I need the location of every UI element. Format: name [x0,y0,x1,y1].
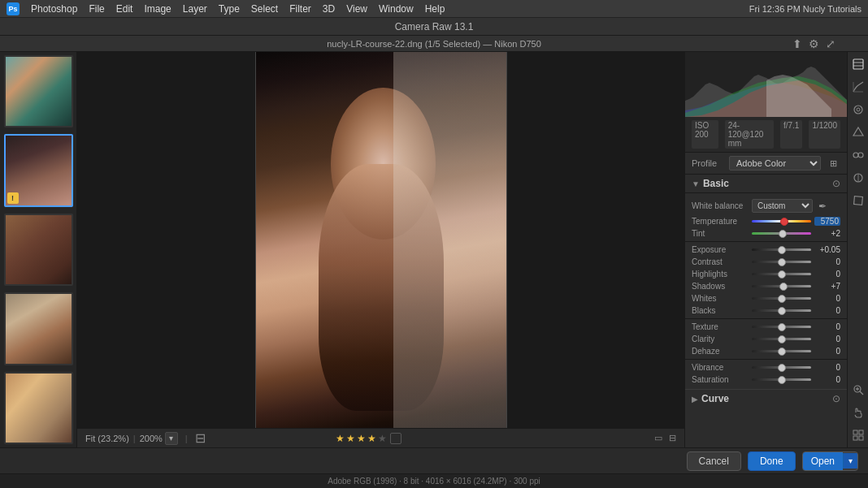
shadows-thumb[interactable] [779,283,788,291]
wb-select[interactable]: Custom [752,199,813,213]
texture-track[interactable] [752,326,811,328]
white-balance-row: White balance Custom ✒ [685,196,847,215]
menu-select[interactable]: Select [251,3,278,15]
menu-file[interactable]: File [89,3,104,15]
toolbar-detail-icon[interactable] [849,101,867,119]
svg-point-5 [854,106,862,114]
view-compare-icon[interactable]: ⊟ [669,433,676,443]
flag-btn[interactable] [390,433,401,444]
filmstrip-toggle[interactable]: ⊟ [195,430,206,446]
toolbar-grid-icon[interactable] [849,426,867,444]
menu-filter[interactable]: Filter [289,3,311,15]
share-icon[interactable]: ⬆ [792,37,802,50]
star-rating[interactable]: ★ ★ ★ ★ ★ [336,433,401,444]
clarity-thumb[interactable] [778,335,786,343]
star-5[interactable]: ★ [378,433,387,444]
temperature-thumb[interactable] [780,218,788,226]
toolbar-geometry-icon[interactable] [849,192,867,209]
profile-grid-icon[interactable]: ⊞ [826,156,840,171]
clarity-value[interactable]: 0 [814,335,840,343]
filmstrip-item-4[interactable] [4,292,73,365]
shadows-track[interactable] [752,285,811,287]
blacks-track[interactable] [752,309,811,312]
saturation-track[interactable] [752,378,811,381]
canvas-container[interactable] [77,52,684,428]
toolbar-hsl-icon[interactable] [849,123,867,141]
tint-value[interactable]: +2 [814,229,840,238]
star-4[interactable]: ★ [367,433,376,444]
vibrance-value[interactable]: 0 [814,363,840,372]
zoom-dropdown-btn[interactable]: ▾ [165,432,178,445]
dehaze-thumb[interactable] [778,348,786,356]
shadows-value[interactable]: +7 [814,282,840,291]
menu-layer[interactable]: Layer [183,3,207,15]
menu-edit[interactable]: Edit [116,3,133,15]
filmstrip-item-1[interactable] [4,55,73,127]
open-split-button[interactable]: Open ▾ [802,451,858,471]
menu-window[interactable]: Window [379,3,414,15]
exposure-value[interactable]: +0.05 [814,245,840,254]
menu-3d[interactable]: 3D [323,3,335,15]
vibrance-track[interactable] [752,366,811,369]
menu-photoshop[interactable]: Photoshop [31,3,77,15]
blacks-thumb[interactable] [778,307,786,315]
toolbar-basic-icon[interactable] [849,55,867,73]
menu-help[interactable]: Help [425,3,445,15]
temperature-track[interactable] [752,220,811,222]
dehaze-track[interactable] [752,350,811,352]
texture-thumb[interactable] [778,323,786,331]
star-1[interactable]: ★ [336,433,345,444]
highlights-value[interactable]: 0 [814,270,840,279]
whites-value[interactable]: 0 [814,294,840,303]
curve-section-header[interactable]: ▶ Curve ⊙ [685,389,847,408]
clarity-track[interactable] [752,338,811,340]
toolbar-curve-icon[interactable] [849,78,867,96]
texture-value[interactable]: 0 [814,322,840,331]
tint-thumb[interactable] [779,230,787,238]
filmstrip-item-5[interactable] [4,372,73,444]
view-single-icon[interactable]: ▭ [654,433,662,443]
eyedropper-icon[interactable]: ✒ [816,200,829,213]
cancel-button[interactable]: Cancel [687,451,741,471]
exposure-thumb[interactable] [778,246,786,254]
contrast-thumb[interactable] [778,258,786,266]
profile-select[interactable]: Adobe Color [729,156,821,171]
whites-track[interactable] [752,297,811,300]
open-arrow-icon[interactable]: ▾ [843,453,857,469]
highlights-thumb[interactable] [778,270,786,279]
toolbar-colorgrade-icon[interactable] [849,146,867,164]
saturation-value[interactable]: 0 [814,375,840,384]
done-button[interactable]: Done [748,451,796,471]
contrast-value[interactable]: 0 [814,257,840,266]
exposure-track[interactable] [752,248,811,251]
filmstrip-item-3[interactable] [4,214,73,286]
toolbar-zoom-in-icon[interactable] [849,381,867,399]
saturation-thumb[interactable] [778,376,786,384]
menu-bar-right: Fri 12:36 PM Nucly Tutorials [749,4,861,14]
menu-image[interactable]: Image [144,3,171,15]
tint-track[interactable] [752,232,811,235]
vibrance-label: Vibrance [692,363,749,372]
vibrance-thumb[interactable] [778,364,786,372]
temperature-value[interactable]: 5750 [814,217,840,226]
status-icons: ▭ ⊟ [654,433,676,443]
star-2[interactable]: ★ [346,433,355,444]
curve-eye-icon[interactable]: ⊙ [832,393,840,404]
open-label[interactable]: Open [803,452,843,470]
toolbar-optics-icon[interactable] [849,169,867,187]
clarity-row: Clarity 0 [685,333,847,345]
filmstrip-item-2[interactable]: ! [4,134,73,206]
menu-view[interactable]: View [346,3,367,15]
basic-eye-icon[interactable]: ⊙ [832,178,840,189]
toolbar-hand-icon[interactable] [849,404,867,421]
dehaze-value[interactable]: 0 [814,347,840,356]
star-3[interactable]: ★ [357,433,366,444]
contrast-track[interactable] [752,261,811,263]
whites-thumb[interactable] [778,295,786,303]
settings-icon[interactable]: ⚙ [809,37,819,50]
basic-section-header[interactable]: ▼ Basic ⊙ [685,175,847,193]
menu-type[interactable]: Type [219,3,240,15]
highlights-track[interactable] [752,273,811,275]
expand-icon[interactable]: ⤢ [826,37,835,50]
blacks-value[interactable]: 0 [814,306,840,315]
